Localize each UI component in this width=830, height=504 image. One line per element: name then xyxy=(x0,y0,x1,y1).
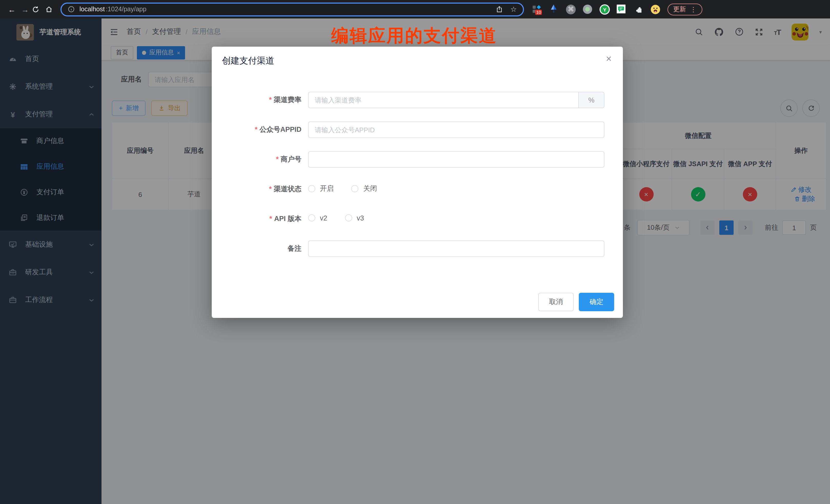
dialog-footer: 取消 确定 xyxy=(538,293,614,311)
url-host: localhost xyxy=(79,6,105,13)
radio-circle-icon xyxy=(308,215,315,222)
field-label: 商户号 xyxy=(212,155,308,164)
site-info-icon[interactable] xyxy=(68,6,75,13)
api-radio-v3[interactable]: v3 xyxy=(345,214,364,222)
form-item-remark: 备注 xyxy=(212,241,623,256)
annotation-text: 编辑应用的支付渠道 xyxy=(331,24,497,48)
field-label: 渠道状态 xyxy=(212,185,308,194)
radio-label: v2 xyxy=(320,214,327,222)
field-label: 渠道费率 xyxy=(212,95,308,104)
share-icon[interactable] xyxy=(496,6,503,13)
extension-badge: 10 xyxy=(535,10,542,15)
url-path: :1024/pay/app xyxy=(106,6,147,13)
y-circle-extension-icon[interactable]: Y xyxy=(599,4,610,14)
dialog-close-icon[interactable]: × xyxy=(606,54,612,64)
browser-update-button[interactable]: 更新 ⋮ xyxy=(668,3,702,15)
radio-label: 关闭 xyxy=(363,184,377,193)
appid-input[interactable] xyxy=(308,122,604,138)
svg-text:Y: Y xyxy=(603,7,606,12)
emoji-extension-icon[interactable] xyxy=(650,4,660,14)
radio-label: v3 xyxy=(357,214,364,222)
browser-back-icon[interactable]: ← xyxy=(5,5,19,13)
field-label: API 版本 xyxy=(212,214,308,224)
puzzle-extensions-icon[interactable] xyxy=(633,4,643,14)
kite-extension-icon[interactable] xyxy=(549,4,559,14)
dot-circle-extension-icon[interactable] xyxy=(582,4,593,14)
browser-menu-icon[interactable]: ⋮ xyxy=(690,5,697,13)
screenshot-stage: ← → localhost:1024/pay/app ☆ 10 xyxy=(0,0,830,504)
badge-extension-icon[interactable]: 10 xyxy=(532,4,542,14)
form-item-appid: 公众号APPID xyxy=(212,122,623,137)
dialog-form: 渠道费率 % 公众号APPID 商户号 xyxy=(212,92,623,271)
browser-chrome: ← → localhost:1024/pay/app ☆ 10 xyxy=(0,0,830,19)
field-label: 公众号APPID xyxy=(212,125,308,134)
status-radio-open[interactable]: 开启 xyxy=(308,184,334,193)
confirm-button[interactable]: 确定 xyxy=(579,293,614,311)
chat-extension-icon[interactable] xyxy=(616,4,627,14)
create-pay-channel-dialog: 创建支付渠道 × 渠道费率 % 公众号APPID xyxy=(212,46,623,318)
radio-circle-icon xyxy=(345,215,352,222)
bookmark-star-icon[interactable]: ☆ xyxy=(510,5,517,13)
rate-input[interactable] xyxy=(308,92,579,108)
form-item-merchant: 商户号 xyxy=(212,152,623,167)
radio-circle-icon xyxy=(351,185,359,192)
merchant-no-input[interactable] xyxy=(308,151,604,168)
browser-forward-icon[interactable]: → xyxy=(19,5,32,13)
browser-refresh-icon[interactable] xyxy=(32,5,45,13)
browser-home-icon[interactable] xyxy=(45,5,58,13)
radio-label: 开启 xyxy=(320,184,334,193)
command-extension-icon[interactable]: ⌘ xyxy=(566,4,576,14)
extension-toolbar: 10 ⌘ Y xyxy=(532,4,660,14)
update-label: 更新 xyxy=(673,5,686,13)
form-item-api-version: API 版本 v2 v3 xyxy=(212,211,623,227)
cancel-button[interactable]: 取消 xyxy=(538,293,574,311)
app-viewport: 芋道管理系统 首页 系统管理 xyxy=(0,19,830,504)
radio-circle-icon xyxy=(308,185,315,192)
form-item-rate: 渠道费率 % xyxy=(212,92,623,108)
remark-input[interactable] xyxy=(308,241,604,257)
url-bar[interactable]: localhost:1024/pay/app ☆ xyxy=(61,2,524,16)
status-radio-closed[interactable]: 关闭 xyxy=(351,184,377,193)
dialog-title: 创建支付渠道 xyxy=(222,55,274,67)
rate-unit-append: % xyxy=(579,92,604,108)
api-radio-v2[interactable]: v2 xyxy=(308,214,327,222)
field-label: 备注 xyxy=(212,244,308,253)
form-item-status: 渠道状态 开启 关闭 xyxy=(212,182,623,197)
